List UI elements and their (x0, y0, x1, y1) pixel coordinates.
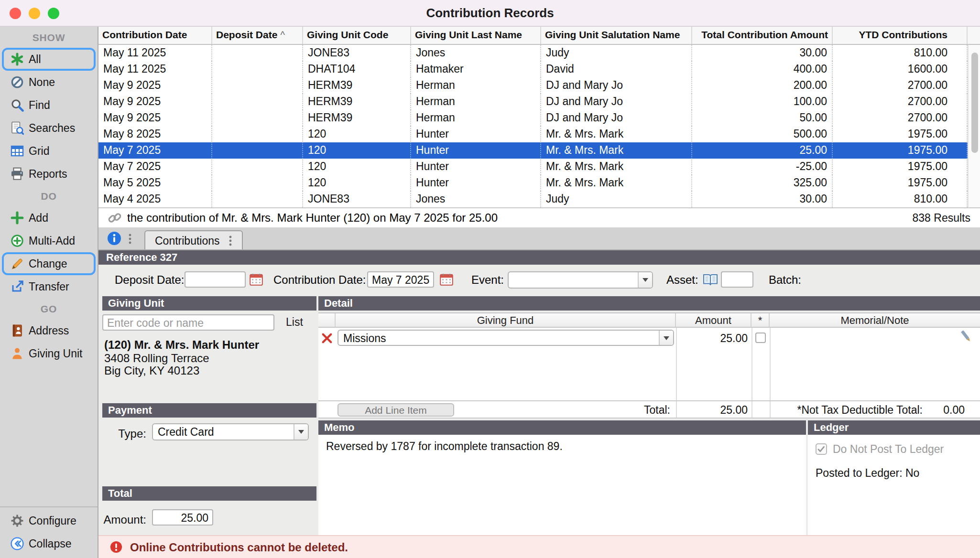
delete-line-icon[interactable] (318, 328, 336, 348)
table-row[interactable]: May 4 2025JONE83JonesJudy30.00810.00 (98, 191, 980, 207)
sidebar: SHOWAllNoneFindSearchesGridReportsDOAddM… (0, 27, 98, 558)
sidebar-item-label: Multi-Add (29, 235, 75, 247)
payment-header: Payment (102, 403, 316, 418)
change-icon (11, 257, 24, 270)
ledger-header: Ledger (808, 420, 980, 435)
column-header-contribution-date[interactable]: Contribution Date (98, 27, 212, 44)
sidebar-item-add[interactable]: Add (2, 206, 96, 229)
do-not-post-checkbox[interactable]: Do Not Post To Ledger (816, 443, 972, 455)
table-cell: Hunter (411, 159, 541, 175)
table-cell: 1975.00 (833, 126, 968, 142)
sidebar-section-header: GO (0, 298, 98, 319)
sort-ascending-icon: ^ (280, 30, 284, 40)
detail-col-fund: Giving Fund (336, 313, 676, 327)
sidebar-item-collapse[interactable]: Collapse (2, 532, 96, 555)
giving-unit-address-line2: Big City, KY 40123 (104, 364, 199, 377)
table-cell: HERM39 (303, 94, 411, 110)
list-button[interactable]: List (286, 316, 303, 328)
column-header-giving-unit-code[interactable]: Giving Unit Code (303, 27, 411, 44)
transfer-icon (11, 280, 24, 293)
sidebar-item-giving-unit[interactable]: Giving Unit (2, 342, 96, 365)
tab-drag-handle-icon[interactable] (229, 234, 232, 247)
sidebar-item-all[interactable]: All (2, 48, 96, 71)
window-title: Contribution Records (0, 0, 980, 26)
sidebar-item-configure[interactable]: Configure (2, 509, 96, 532)
sidebar-item-none[interactable]: None (2, 71, 96, 94)
titlebar: Contribution Records (0, 0, 980, 27)
table-cell: 120 (303, 142, 411, 159)
giving-unit-address-line1: 3408 Rolling Terrace (104, 352, 209, 365)
contribution-date-input[interactable] (367, 271, 434, 288)
giving-unit-icon (11, 347, 24, 360)
total-header: Total (102, 486, 316, 501)
payment-type-select[interactable]: Credit Card (152, 423, 309, 440)
column-header-giving-unit-last-name[interactable]: Giving Unit Last Name (411, 27, 541, 44)
table-cell: Herman (411, 94, 541, 110)
column-header-total-contribution-amount[interactable]: Total Contribution Amount (692, 27, 833, 44)
tab-contributions[interactable]: Contributions (144, 230, 243, 249)
table-row[interactable]: May 8 2025120HunterMr. & Mrs. Mark500.00… (98, 126, 980, 142)
chevron-down-icon (638, 272, 652, 288)
table-scrollbar[interactable] (968, 45, 980, 207)
deposit-date-label: Deposit Date: (115, 273, 184, 287)
sidebar-item-multi-add[interactable]: Multi-Add (2, 229, 96, 252)
table-row[interactable]: May 9 2025HERM39HermanDJ and Mary Jo100.… (98, 94, 980, 110)
find-icon (11, 98, 24, 112)
checkbox-checked-icon (816, 443, 827, 455)
sidebar-item-transfer[interactable]: Transfer (2, 275, 96, 298)
memo-pen-icon (960, 329, 974, 346)
add-line-item-button[interactable]: Add Line Item (338, 403, 454, 417)
sidebar-item-change[interactable]: Change (2, 252, 96, 275)
memo-field[interactable]: Reversed by 1787 for incomplete transact… (318, 435, 806, 535)
table-cell: DJ and Mary Jo (541, 94, 692, 110)
line-amount[interactable]: 25.00 (676, 328, 751, 348)
close-window-button[interactable] (10, 8, 21, 19)
drag-handle-icon[interactable] (128, 232, 132, 245)
table-cell: May 5 2025 (98, 175, 212, 191)
table-cell: 25.00 (692, 142, 833, 159)
table-row[interactable]: May 11 2025DHAT104HatmakerDavid400.00160… (98, 61, 980, 77)
table-row[interactable]: May 7 2025120HunterMr. & Mrs. Mark25.001… (98, 142, 980, 159)
zoom-window-button[interactable] (48, 8, 59, 19)
table-header: Contribution DateDeposit Date^Giving Uni… (98, 27, 980, 45)
sidebar-item-searches[interactable]: Searches (2, 117, 96, 140)
table-row[interactable]: May 7 2025120HunterMr. & Mrs. Mark-25.00… (98, 159, 980, 175)
table-row[interactable]: May 5 2025120HunterMr. & Mrs. Mark325.00… (98, 175, 980, 191)
amount-input[interactable] (152, 509, 213, 526)
column-header-deposit-date[interactable]: Deposit Date^ (212, 27, 303, 44)
giving-fund-select[interactable]: Missions (338, 330, 674, 346)
table-cell: 2700.00 (833, 94, 968, 110)
deposit-date-calendar-icon[interactable] (250, 273, 263, 286)
collapse-icon (11, 537, 24, 550)
column-header-ytd-contributions[interactable]: YTD Contributions (833, 27, 968, 44)
not-deductible-checkbox[interactable] (751, 328, 770, 348)
table-cell: May 4 2025 (98, 191, 212, 207)
sidebar-item-reports[interactable]: Reports (2, 162, 96, 185)
memorial-note-cell[interactable] (770, 328, 980, 348)
sidebar-item-address[interactable]: Address (2, 319, 96, 342)
contribution-date-calendar-icon[interactable] (440, 273, 453, 286)
table-row[interactable]: May 9 2025HERM39HermanDJ and Mary Jo50.0… (98, 110, 980, 126)
scrollbar-thumb[interactable] (971, 53, 978, 153)
detail-row: Missions25.00 (318, 328, 980, 348)
info-icon[interactable] (107, 231, 121, 246)
sidebar-item-grid[interactable]: Grid (2, 140, 96, 162)
sidebar-item-label: Address (29, 325, 69, 336)
event-select[interactable] (508, 271, 653, 289)
asset-lookup-icon[interactable] (703, 273, 718, 286)
deposit-date-input[interactable] (185, 271, 246, 288)
table-row[interactable]: May 11 2025JONE83JonesJudy30.00810.00 (98, 45, 980, 61)
table-cell: May 9 2025 (98, 94, 212, 110)
giving-unit-name: (120) Mr. & Mrs. Mark Hunter (104, 338, 259, 352)
table-cell: Mr. & Mrs. Mark (541, 142, 692, 159)
detail-rows: Missions25.00 (318, 328, 980, 348)
column-header-giving-unit-salutation-name[interactable]: Giving Unit Salutation Name (541, 27, 692, 44)
sidebar-item-find[interactable]: Find (2, 94, 96, 117)
tab-bar: Contributions (98, 227, 980, 250)
table-row[interactable]: May 9 2025HERM39HermanDJ and Mary Jo200.… (98, 77, 980, 94)
giving-unit-search-input[interactable] (102, 314, 274, 331)
asset-input[interactable] (721, 271, 753, 288)
minimize-window-button[interactable] (29, 8, 40, 19)
chevron-down-icon (659, 331, 673, 345)
detail-footer: Add Line Item Total: 25.00 *Not Tax Dedu… (318, 400, 980, 418)
